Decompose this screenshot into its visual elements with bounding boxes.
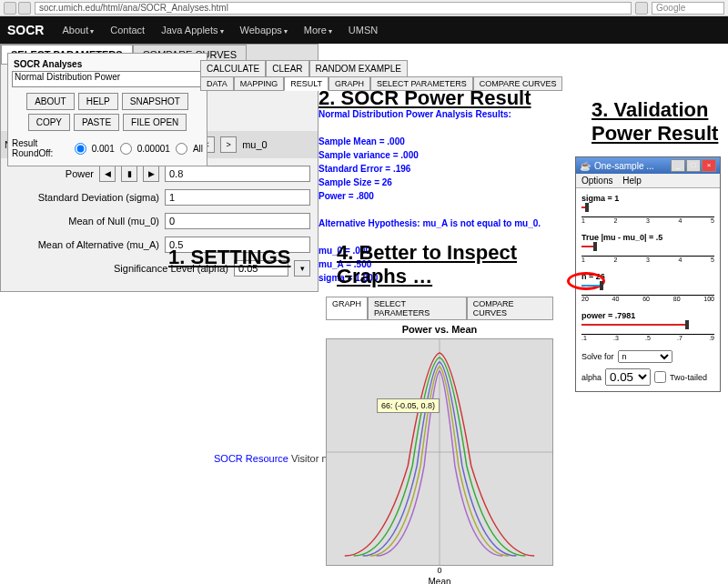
java-icon: ☕ <box>580 161 591 171</box>
slider-power[interactable]: power = .7981 .1.3.5.7.9 <box>581 311 714 341</box>
gt-button[interactable]: > <box>220 136 237 153</box>
alpha-select[interactable]: 0.05 <box>605 368 651 386</box>
gtab-compare[interactable]: COMPARE CURVES <box>467 297 553 320</box>
browser-search[interactable]: Google <box>652 2 724 15</box>
snapshot-button[interactable]: SNAPSHOT <box>122 93 188 110</box>
nav-contact[interactable]: Contact <box>110 25 145 35</box>
window-menu: Options Help <box>576 174 720 188</box>
gtab-params[interactable]: SELECT PARAMETERS <box>368 297 467 320</box>
reload-icon[interactable] <box>635 2 648 15</box>
menu-options[interactable]: Options <box>581 176 612 186</box>
plot-area: 66: (-0.05, 0.8) <box>326 338 553 566</box>
back-icon[interactable] <box>4 2 16 15</box>
sd-input[interactable] <box>165 189 310 206</box>
panel-title: SOCR Analyses <box>12 57 203 71</box>
about-button[interactable]: ABOUT <box>26 93 74 110</box>
x-axis-label: Mean <box>326 575 553 584</box>
window-titlebar[interactable]: ☕ One-sample ... _ □ × <box>576 157 720 174</box>
nav-about[interactable]: About▾ <box>62 25 94 35</box>
maximize-icon[interactable]: □ <box>686 159 701 172</box>
annotation-1: 1. SETTINGS <box>168 246 290 269</box>
help-button[interactable]: HELP <box>78 93 118 110</box>
graph-panel: GRAPH SELECT PARAMETERS COMPARE CURVES P… <box>326 297 553 584</box>
slider-mu[interactable]: True |mu - mu_0| = .5 12345 <box>581 233 714 263</box>
menu-help[interactable]: Help <box>622 176 642 186</box>
url-bar[interactable]: socr.umich.edu/html/ana/SOCR_Analyses.ht… <box>35 2 632 15</box>
tab-mapping[interactable]: MAPPING <box>234 76 285 91</box>
power-next[interactable]: ▶ <box>143 166 159 182</box>
nav-applets[interactable]: Java Applets▾ <box>161 25 223 35</box>
nav-umsn[interactable]: UMSN <box>349 25 378 35</box>
clear-button[interactable]: CLEAR <box>266 60 308 77</box>
roundoff-001[interactable] <box>75 143 86 155</box>
calculate-button[interactable]: CALCULATE <box>200 60 266 77</box>
browser-toolbar: socr.umich.edu/html/ana/SOCR_Analyses.ht… <box>0 0 728 16</box>
validation-window: ☕ One-sample ... _ □ × Options Help sigm… <box>575 156 721 392</box>
analysis-select[interactable]: Normal Distribution Power <box>12 71 203 87</box>
two-tailed-check[interactable] <box>654 371 666 383</box>
plot-tooltip: 66: (-0.05, 0.8) <box>377 398 440 413</box>
power-slider[interactable]: ▮ <box>121 166 137 182</box>
gtab-graph[interactable]: GRAPH <box>326 297 368 320</box>
annotation-4: 4. Better to Inspect Graphs … <box>337 241 546 288</box>
footer-link[interactable]: SOCR Resource <box>214 453 288 464</box>
fileopen-button[interactable]: FILE OPEN <box>123 114 187 131</box>
paste-button[interactable]: PASTE <box>74 114 119 131</box>
close-icon[interactable]: × <box>702 159 716 172</box>
annotation-2: 2. SOCR Power Result <box>318 86 531 110</box>
alpha-dropdown-icon[interactable]: ▾ <box>294 260 310 277</box>
site-nav: SOCR About▾ Contact Java Applets▾ Webapp… <box>0 16 728 44</box>
solve-select[interactable]: n <box>618 350 672 363</box>
slider-sigma[interactable]: sigma = 1 12345 <box>581 194 714 224</box>
minimize-icon[interactable]: _ <box>671 159 685 172</box>
brand: SOCR <box>7 23 44 37</box>
power-input[interactable] <box>165 166 310 182</box>
nav-more[interactable]: More▾ <box>304 25 332 35</box>
roundoff-all[interactable] <box>176 143 187 155</box>
action-tabs: CALCULATE CLEAR RANDOM EXAMPLE <box>200 60 408 77</box>
mu0-input[interactable] <box>165 213 310 229</box>
annotation-3: 3. Validation Power Result <box>592 98 728 146</box>
random-button[interactable]: RANDOM EXAMPLE <box>309 60 408 77</box>
nav-webapps[interactable]: Webapps▾ <box>240 25 288 35</box>
tab-data[interactable]: DATA <box>200 76 234 91</box>
graph-title: Power vs. Mean <box>326 320 553 338</box>
roundoff-00001[interactable] <box>120 143 132 155</box>
analyses-panel: SOCR Analyses Normal Distribution Power … <box>7 53 207 166</box>
copy-button[interactable]: COPY <box>28 114 70 131</box>
footer: SOCR Resource Visitor num <box>214 453 341 464</box>
power-prev[interactable]: ◀ <box>99 166 116 182</box>
roundoff-row: Result RoundOff: 0.001 0.00001 All <box>12 135 203 162</box>
forward-icon[interactable] <box>18 2 31 15</box>
